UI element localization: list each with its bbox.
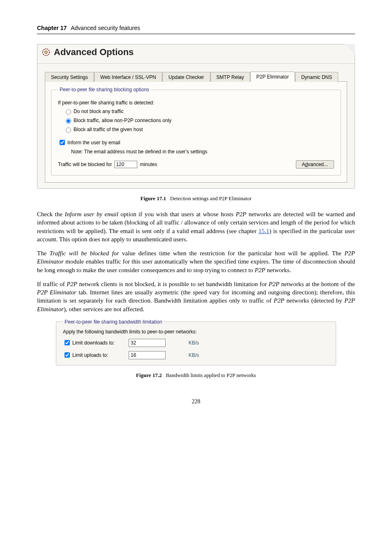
limit-uploads-input[interactable]: [129, 351, 166, 359]
p3-t3: networks at the bottom of the: [279, 281, 355, 287]
p2-em3: P2P: [255, 267, 265, 273]
figure-17-2-label: Figure 17.2: [136, 372, 162, 378]
p3-em4: P2P: [274, 297, 284, 304]
p2-t2: value defines time when the restriction …: [119, 250, 344, 257]
chapter-label: Chapter 17: [37, 25, 67, 31]
traffic-blocked-label-post: minutes: [140, 162, 157, 167]
checkbox-limit-uploads[interactable]: [65, 352, 70, 358]
limit-uploads-unit: KB/s: [189, 352, 199, 358]
p3-em1: P2P: [67, 281, 77, 287]
p2-t3: module enables traffic for this user aut…: [37, 258, 355, 273]
p2-t4: networks.: [265, 267, 291, 273]
advanced-button[interactable]: Advanced...: [296, 160, 334, 169]
tab-pane-p2p: Peer-to-peer file sharing blocking optio…: [45, 82, 347, 183]
p2-t1: The: [37, 250, 49, 257]
blocking-options-group: Peer-to-peer file sharing blocking optio…: [51, 87, 341, 176]
radio-block-nonp2p[interactable]: [66, 118, 71, 124]
figure-17-2-text: Bandwidth limits applied to P2P networks: [166, 372, 256, 378]
p3-em2: P2P: [269, 281, 279, 287]
radio-block-all[interactable]: [66, 127, 71, 133]
p3-t1: If traffic of: [37, 281, 67, 287]
limit-downloads-label: Limit downloads to:: [72, 340, 115, 346]
p3-em3: P2P Eliminator: [37, 289, 76, 296]
tab-p2p-eliminator[interactable]: P2P Eliminator: [250, 72, 295, 82]
figure-17-1-label: Figure 17.1: [141, 195, 166, 201]
tab-security-settings[interactable]: Security Settings: [45, 72, 94, 82]
p2-em1: Traffic will be blocked for: [49, 250, 119, 257]
traffic-blocked-label-pre: Traffic will be blocked for: [58, 162, 112, 167]
chapter-title: Advanced security features: [71, 25, 140, 31]
paragraph-1: Check the Inform user by email option if…: [37, 210, 355, 243]
bandwidth-limit-legend: Peer-to-peer file sharing bandwidth limi…: [63, 319, 164, 325]
paragraph-2: The Traffic will be blocked for value de…: [37, 249, 355, 274]
advanced-options-panel: Advanced Options Security Settings Web I…: [37, 44, 355, 189]
advanced-button-post: vanced...: [308, 162, 328, 167]
gear-icon: [42, 48, 51, 57]
traffic-blocked-minutes-input[interactable]: [114, 161, 137, 168]
checkbox-limit-downloads[interactable]: [65, 340, 70, 345]
detect-intro-text: If peer-to-peer file sharing traffic is …: [58, 100, 154, 106]
checkbox-inform-email-label: Inform the user by email: [67, 140, 120, 146]
paragraph-3: If traffic of P2P network clients is not…: [37, 280, 355, 313]
tab-dynamic-dns[interactable]: Dynamic DNS: [295, 72, 338, 82]
limit-downloads-input[interactable]: [129, 339, 166, 347]
panel-titlebar: Advanced Options: [37, 44, 355, 64]
limit-downloads-unit: KB/s: [189, 340, 199, 346]
figure-17-1-caption: Figure 17.1 Detection settings and P2P E…: [37, 195, 355, 202]
tab-update-checker[interactable]: Update Checker: [162, 72, 210, 82]
limit-uploads-label: Limit uploads to:: [72, 352, 108, 358]
link-chapter-15-1[interactable]: 15.1: [258, 228, 269, 234]
p3-t2: network clients is not blocked, it is po…: [77, 281, 269, 287]
tab-smtp-relay[interactable]: SMTP Relay: [210, 72, 250, 82]
radio-block-all-label: Block all traffic of the given host: [74, 127, 143, 132]
bandwidth-limit-group: Peer-to-peer file sharing bandwidth limi…: [56, 319, 336, 365]
blocking-options-legend: Peer-to-peer file sharing blocking optio…: [58, 87, 151, 92]
page-number: 228: [37, 398, 355, 405]
p1-t2: option if you wish that users at whose h…: [118, 211, 236, 217]
inform-note: Note: The email address must be defined …: [71, 149, 208, 155]
dog-ear-decoration: [344, 44, 355, 55]
tabstrip: Security Settings Web Interface / SSL-VP…: [45, 71, 347, 82]
p1-em1: Inform user by email: [65, 211, 118, 217]
detect-intro-row: If peer-to-peer file sharing traffic is …: [58, 100, 334, 106]
figure-17-1-text: Detection settings and P2P Eliminator: [170, 195, 251, 201]
tab-web-interface[interactable]: Web Interface / SSL-VPN: [94, 72, 162, 82]
chapter-header: Chapter 17 Advanced security features: [37, 25, 355, 34]
p3-t5: networks (detected by: [284, 297, 344, 304]
radio-do-not-block[interactable]: [66, 109, 71, 115]
figure-17-2-caption: Figure 17.2 Bandwidth limits applied to …: [37, 372, 355, 379]
panel-title: Advanced Options: [54, 47, 134, 58]
svg-point-1: [44, 51, 47, 53]
p1-em2: P2P: [236, 211, 247, 217]
advanced-button-pre: A: [302, 162, 305, 167]
radio-do-not-block-label: Do not block any traffic: [74, 109, 124, 114]
p1-t1: Check the: [37, 211, 65, 217]
p3-t6: ), other services are not affected.: [64, 306, 144, 312]
bandwidth-intro: Apply the following bandwidth limits to …: [63, 329, 329, 335]
checkbox-inform-email[interactable]: [60, 140, 65, 145]
radio-block-nonp2p-label: Block traffic, allow non-P2P connections…: [74, 118, 171, 123]
